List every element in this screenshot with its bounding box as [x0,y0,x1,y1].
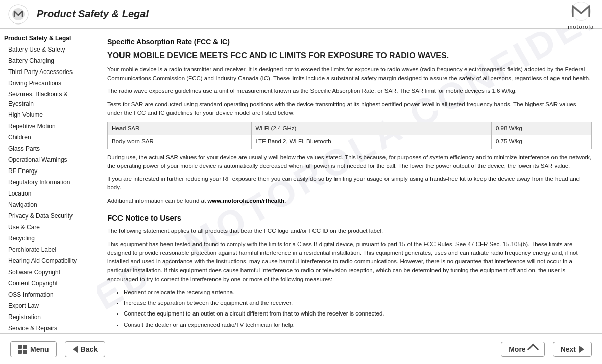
sar-para6: Additional information can be found at w… [107,197,592,205]
sidebar-item-third-party[interactable]: Third Party Accessories [0,66,97,78]
sidebar-item-privacy[interactable]: Privacy & Data Security [0,210,97,222]
sidebar-item-regulatory[interactable]: Regulatory Information [0,177,97,188]
fcc-para2: This equipment has been tested and found… [107,240,592,284]
sar-para1: Your mobile device is a radio transmitte… [107,65,592,83]
menu-button[interactable]: Menu [10,341,57,357]
sidebar-item-perchlorate[interactable]: Perchlorate Label [0,244,97,255]
motorola-brand-logo: motorola [568,0,594,30]
sidebar: Product Safety & Legal Battery Use & Saf… [0,29,97,333]
motorola-logo-header [8,4,29,25]
sar-table: Head SAR Wi-Fi (2.4 GHz) 0.98 W/kg Body-… [107,122,592,149]
more-label: More [509,345,525,353]
sidebar-item-content-copyright[interactable]: Content Copyright [0,278,97,289]
sar-para4: During use, the actual SAR values for yo… [107,153,592,171]
sar-heading: YOUR MOBILE DEVICE MEETS FCC AND IC LIMI… [107,51,592,61]
content-area: Specific Absorption Rate (FCC & IC) YOUR… [97,29,602,333]
sar-row1-label: Head SAR [108,122,252,135]
sidebar-item-high-volume[interactable]: High Volume [0,109,97,120]
sidebar-item-location[interactable]: Location [0,188,97,199]
fcc-bullet-4: Consult the dealer or an experienced rad… [124,321,592,329]
main-layout: Product Safety & Legal Battery Use & Saf… [0,29,602,333]
footer-left: Menu Back [10,341,105,357]
sar-para5: If you are interested in further reducin… [107,175,592,192]
page-title: Product Safety & Legal [37,8,568,20]
back-icon [73,346,78,353]
footer-right: More Next [501,342,592,357]
sidebar-item-rf-energy[interactable]: RF Energy [0,165,97,177]
fcc-title: FCC Notice to Users [107,212,592,224]
sar-row2-label: Body-worn SAR [108,135,252,149]
next-button[interactable]: Next [553,342,592,357]
menu-icon [18,345,27,354]
fcc-bullet-3: Connect the equipment to an outlet on a … [124,309,592,318]
fcc-bullet-1: Reorient or relocate the receiving anten… [124,288,592,297]
sidebar-item-software-copyright[interactable]: Software Copyright [0,266,97,278]
sidebar-item-navigation[interactable]: Navigation [0,199,97,210]
sidebar-item-service-repairs[interactable]: Service & Repairs [0,323,97,333]
sar-row2-value: 0.75 W/kg [491,135,591,149]
sidebar-item-battery-charging[interactable]: Battery Charging [0,55,97,66]
menu-label: Menu [30,345,49,353]
sidebar-item-glass-parts[interactable]: Glass Parts [0,143,97,154]
sidebar-item-registration[interactable]: Registration [0,311,97,323]
next-icon [579,346,584,353]
sidebar-item-operational-warnings[interactable]: Operational Warnings [0,154,97,165]
sidebar-item-repetitive-motion[interactable]: Repetitive Motion [0,120,97,132]
sar-para2: The radio wave exposure guidelines use a… [107,87,592,95]
next-label: Next [561,345,576,353]
sar-link[interactable]: www.motorola.com/rfhealth [207,198,284,204]
sidebar-item-hearing-aid[interactable]: Hearing Aid Compatibility [0,255,97,266]
more-button[interactable]: More [501,342,544,357]
back-button[interactable]: Back [65,341,105,357]
sidebar-item-driving[interactable]: Driving Precautions [0,78,97,89]
fcc-para1: The following statement applies to all p… [107,227,592,235]
sidebar-section-title: Product Safety & Legal [0,33,97,44]
svg-point-1 [571,2,590,20]
header: Product Safety & Legal motorola [0,0,602,29]
sar-para3: Tests for SAR are conducted using standa… [107,100,592,118]
sar-row1-value: 0.98 W/kg [491,122,591,135]
sidebar-item-recycling[interactable]: Recycling [0,233,97,244]
more-icon [529,345,537,353]
sar-title: Specific Absorption Rate (FCC & IC) [107,37,592,47]
footer-nav: Menu Back More Next [0,333,602,364]
sidebar-item-seizures[interactable]: Seizures, Blackouts & Eyestrain [0,89,97,109]
sidebar-item-export-law[interactable]: Export Law [0,300,97,311]
back-label: Back [81,345,98,353]
sar-row1-freq: Wi-Fi (2.4 GHz) [251,122,491,135]
sidebar-item-use-care[interactable]: Use & Care [0,222,97,233]
sidebar-item-children[interactable]: Children [0,132,97,143]
sar-row2-freq: LTE Band 2, Wi-Fi, Bluetooth [251,135,491,149]
sidebar-item-battery-use[interactable]: Battery Use & Safety [0,44,97,55]
sidebar-item-oss[interactable]: OSS Information [0,289,97,300]
fcc-bullet-2: Increase the separation between the equi… [124,299,592,307]
fcc-bullets: Reorient or relocate the receiving anten… [115,288,592,329]
